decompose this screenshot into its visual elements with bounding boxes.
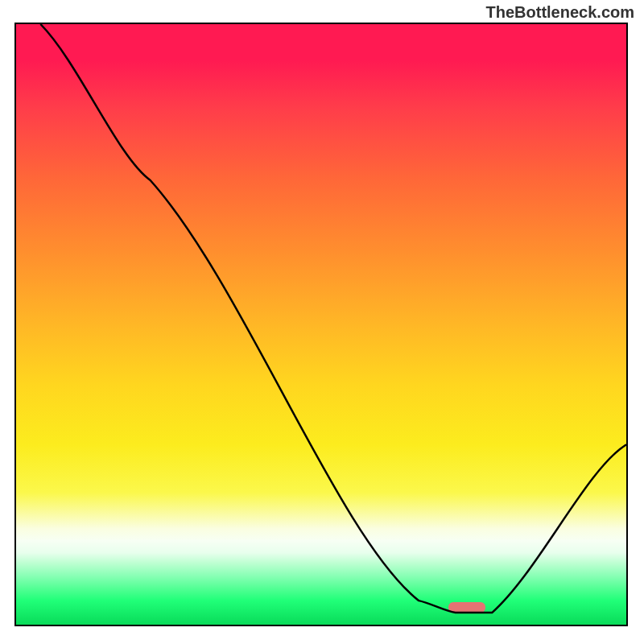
chart-container: TheBottleneck.com	[0, 0, 644, 644]
bottleneck-curve	[16, 24, 626, 625]
watermark-text: TheBottleneck.com	[486, 3, 634, 22]
plot-area	[14, 23, 628, 626]
